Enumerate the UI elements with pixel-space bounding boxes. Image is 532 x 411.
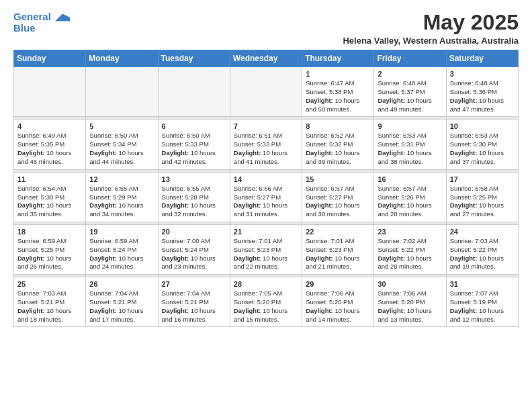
daylight-label: Daylight: <box>17 255 45 262</box>
table-row <box>14 67 86 117</box>
sunrise-text: Sunrise: 6:53 AM <box>450 132 515 140</box>
day-number: 14 <box>234 175 298 183</box>
header: General Blue May 2025 Helena Valley, Wes… <box>13 11 519 46</box>
sunrise-text: Sunrise: 7:04 AM <box>162 289 226 298</box>
day-info: Sunrise: 7:07 AMSunset: 5:19 PMDaylight:… <box>450 289 515 324</box>
sunrise-text: Sunrise: 6:48 AM <box>450 79 515 88</box>
sunset-text: Sunset: 5:33 PM <box>162 140 226 149</box>
calendar-week-row: 11Sunrise: 6:54 AMSunset: 5:30 PMDayligh… <box>14 172 519 222</box>
table-row: 1Sunrise: 6:47 AMSunset: 5:38 PMDaylight… <box>302 67 374 117</box>
logo: General Blue <box>13 11 70 33</box>
day-info: Sunrise: 6:53 AMSunset: 5:30 PMDaylight:… <box>450 132 515 166</box>
sunset-text: Sunset: 5:34 PM <box>89 140 154 149</box>
day-number: 13 <box>162 175 226 183</box>
sunrise-text: Sunrise: 6:57 AM <box>306 185 370 193</box>
daylight-label: Daylight: <box>306 255 333 262</box>
daylight-text: Daylight: 10 hours and 23 minutes. <box>162 255 226 272</box>
sunrise-text: Sunrise: 6:52 AM <box>306 132 370 140</box>
sunset-text: Sunset: 5:24 PM <box>89 246 154 255</box>
daylight-label: Daylight: <box>162 255 189 262</box>
daylight-text: Daylight: 10 hours and 49 minutes. <box>378 97 442 114</box>
daylight-text: Daylight: 10 hours and 20 minutes. <box>378 255 442 272</box>
day-info: Sunrise: 7:06 AMSunset: 5:20 PMDaylight:… <box>378 289 442 324</box>
daylight-text: Daylight: 10 hours and 41 minutes. <box>234 149 298 167</box>
sunrise-text: Sunrise: 7:05 AM <box>234 289 298 298</box>
sunset-text: Sunset: 5:24 PM <box>162 246 226 255</box>
daylight-text: Daylight: 10 hours and 44 minutes. <box>89 149 154 167</box>
daylight-label: Daylight: <box>17 149 45 156</box>
day-info: Sunrise: 7:05 AMSunset: 5:20 PMDaylight:… <box>234 289 298 324</box>
daylight-label: Daylight: <box>162 201 189 209</box>
day-info: Sunrise: 6:53 AMSunset: 5:31 PMDaylight:… <box>378 132 442 166</box>
daylight-label: Daylight: <box>306 307 333 314</box>
table-row: 30Sunrise: 7:06 AMSunset: 5:20 PMDayligh… <box>374 277 446 327</box>
sunrise-text: Sunrise: 7:03 AM <box>450 237 515 246</box>
logo-blue: Blue <box>13 23 70 33</box>
daylight-text: Daylight: 10 hours and 34 minutes. <box>89 201 154 219</box>
table-row: 9Sunrise: 6:53 AMSunset: 5:31 PMDaylight… <box>374 120 446 169</box>
day-info: Sunrise: 6:55 AMSunset: 5:28 PMDaylight:… <box>162 185 226 219</box>
day-number: 2 <box>378 70 442 78</box>
sunset-text: Sunset: 5:35 PM <box>17 140 82 149</box>
daylight-label: Daylight: <box>378 97 405 104</box>
table-row: 3Sunrise: 6:48 AMSunset: 5:36 PMDaylight… <box>446 67 518 117</box>
sunset-text: Sunset: 5:23 PM <box>234 246 298 255</box>
day-info: Sunrise: 7:00 AMSunset: 5:24 PMDaylight:… <box>162 237 226 271</box>
sunset-text: Sunset: 5:23 PM <box>306 246 370 255</box>
daylight-text: Daylight: 10 hours and 46 minutes. <box>17 149 82 167</box>
day-number: 4 <box>17 122 82 130</box>
daylight-text: Daylight: 10 hours and 19 minutes. <box>450 255 515 272</box>
sunrise-text: Sunrise: 6:56 AM <box>234 185 298 193</box>
sunrise-text: Sunrise: 7:03 AM <box>17 289 82 298</box>
page: General Blue May 2025 Helena Valley, Wes… <box>0 0 532 338</box>
table-row: 26Sunrise: 7:04 AMSunset: 5:21 PMDayligh… <box>86 277 158 327</box>
table-row: 14Sunrise: 6:56 AMSunset: 5:27 PMDayligh… <box>230 172 302 222</box>
table-row: 5Sunrise: 6:50 AMSunset: 5:34 PMDaylight… <box>86 120 158 169</box>
sunrise-text: Sunrise: 6:50 AM <box>162 132 226 140</box>
day-number: 10 <box>450 122 515 130</box>
day-number: 8 <box>306 122 370 130</box>
calendar-week-row: 18Sunrise: 6:59 AMSunset: 5:25 PMDayligh… <box>14 224 519 274</box>
day-info: Sunrise: 6:51 AMSunset: 5:33 PMDaylight:… <box>234 132 298 166</box>
table-row: 10Sunrise: 6:53 AMSunset: 5:30 PMDayligh… <box>446 120 518 169</box>
daylight-label: Daylight: <box>89 201 117 209</box>
sunset-text: Sunset: 5:27 PM <box>234 193 298 202</box>
sunset-text: Sunset: 5:21 PM <box>89 298 154 307</box>
table-row: 22Sunrise: 7:01 AMSunset: 5:23 PMDayligh… <box>302 224 374 274</box>
daylight-label: Daylight: <box>306 201 333 209</box>
sunset-text: Sunset: 5:33 PM <box>234 140 298 149</box>
table-row: 28Sunrise: 7:05 AMSunset: 5:20 PMDayligh… <box>230 277 302 327</box>
col-sunday: Sunday <box>14 50 86 67</box>
sunrise-text: Sunrise: 6:58 AM <box>450 185 515 193</box>
day-info: Sunrise: 6:59 AMSunset: 5:24 PMDaylight:… <box>89 237 154 271</box>
sunset-text: Sunset: 5:22 PM <box>378 246 442 255</box>
daylight-text: Daylight: 10 hours and 27 minutes. <box>450 201 515 219</box>
day-number: 16 <box>378 175 442 183</box>
daylight-text: Daylight: 10 hours and 12 minutes. <box>450 307 515 324</box>
day-number: 21 <box>234 228 298 236</box>
day-info: Sunrise: 6:58 AMSunset: 5:25 PMDaylight:… <box>450 185 515 219</box>
sunset-text: Sunset: 5:29 PM <box>89 193 154 202</box>
day-number: 19 <box>89 228 154 236</box>
calendar-week-row: 25Sunrise: 7:03 AMSunset: 5:21 PMDayligh… <box>14 277 519 327</box>
sunset-text: Sunset: 5:20 PM <box>378 298 442 307</box>
sunset-text: Sunset: 5:30 PM <box>17 193 82 202</box>
sunrise-text: Sunrise: 6:54 AM <box>17 185 82 193</box>
sunrise-text: Sunrise: 6:55 AM <box>89 185 154 193</box>
day-number: 18 <box>17 228 82 236</box>
day-info: Sunrise: 6:57 AMSunset: 5:27 PMDaylight:… <box>306 185 370 219</box>
sunset-text: Sunset: 5:28 PM <box>162 193 226 202</box>
day-info: Sunrise: 7:03 AMSunset: 5:22 PMDaylight:… <box>450 237 515 271</box>
daylight-label: Daylight: <box>306 97 333 104</box>
col-thursday: Thursday <box>302 50 374 67</box>
daylight-text: Daylight: 10 hours and 15 minutes. <box>234 307 298 324</box>
day-number: 1 <box>306 70 370 78</box>
day-info: Sunrise: 6:54 AMSunset: 5:30 PMDaylight:… <box>17 185 82 219</box>
table-row: 16Sunrise: 6:57 AMSunset: 5:26 PMDayligh… <box>374 172 446 222</box>
daylight-label: Daylight: <box>89 307 117 314</box>
day-number: 12 <box>89 175 154 183</box>
calendar-week-row: 4Sunrise: 6:49 AMSunset: 5:35 PMDaylight… <box>14 120 519 169</box>
day-info: Sunrise: 7:03 AMSunset: 5:21 PMDaylight:… <box>17 289 82 324</box>
table-row: 7Sunrise: 6:51 AMSunset: 5:33 PMDaylight… <box>230 120 302 169</box>
day-number: 31 <box>450 280 515 288</box>
